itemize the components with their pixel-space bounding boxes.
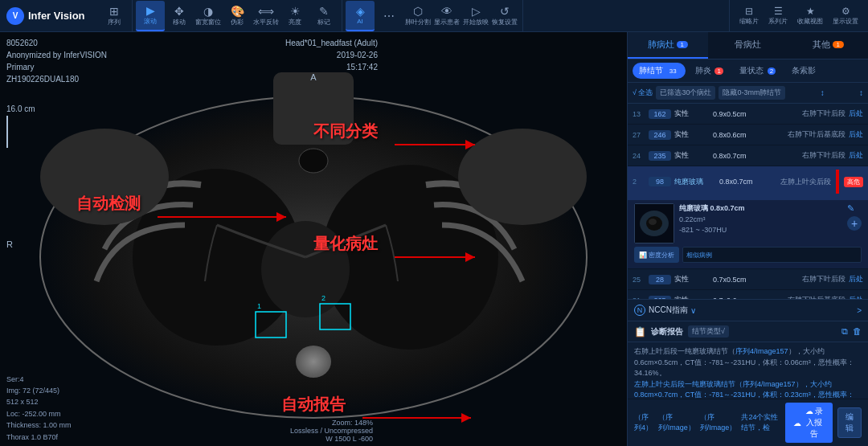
sequence-label: 序列 bbox=[108, 18, 121, 27]
subtab-shadow[interactable]: 条索影 bbox=[785, 63, 822, 79]
report-nav-4[interactable]: 共24个实性结节，检 bbox=[741, 412, 780, 433]
nccn-header[interactable]: N NCCN指南 ∨ > bbox=[634, 305, 862, 316]
tool-window[interactable]: ◑ 窗宽窗位 bbox=[194, 1, 223, 31]
nodule-action-25[interactable]: 后处 bbox=[849, 274, 863, 284]
logo-area: V Infer Vision bbox=[0, 7, 96, 25]
tab-lung-nodule[interactable]: 肺病灶 1 bbox=[628, 32, 708, 59]
tool-more[interactable]: ⋯ bbox=[375, 1, 403, 31]
patient-time: 15:17:42 bbox=[285, 61, 378, 73]
pseudo-label: 伪彩 bbox=[231, 18, 244, 27]
report-actions: ⧉ 🗑 bbox=[841, 326, 862, 337]
nodule-location-24: 右肺下叶后段 bbox=[781, 150, 846, 161]
report-section: 📋 诊断报告 结节类型√ ⧉ 🗑 右肺上叶后段一纯磨玻璃结节（序列4/Image… bbox=[628, 321, 868, 446]
report-delete-icon[interactable]: 🗑 bbox=[853, 326, 862, 337]
tool-scroll[interactable]: ▶ 滚动 bbox=[136, 1, 165, 31]
tool-sequence[interactable]: ⊞ 序列 bbox=[100, 1, 129, 31]
insert-label: ☁ 录入报告 bbox=[804, 406, 825, 440]
tool-series[interactable]: ☰ 系列片 bbox=[765, 5, 791, 27]
image-panel[interactable]: 8052620 Anonymized by InferVISION Primar… bbox=[0, 32, 627, 446]
filter-sort-icon[interactable]: ↕ bbox=[821, 88, 825, 97]
nodule-action-27[interactable]: 后处 bbox=[849, 129, 863, 140]
display-label: 显示患者 bbox=[434, 18, 460, 27]
edit-icon[interactable]: ✎ bbox=[847, 203, 862, 214]
window-icon: ◑ bbox=[203, 6, 213, 17]
nodule-item-13[interactable]: 13 162 实性 0.9x0.5cm 右肺下叶后段 后处 bbox=[628, 104, 868, 125]
settings-icon: ⚙ bbox=[841, 6, 850, 16]
filter-hide[interactable]: 隐藏0-3mm肺结节 bbox=[719, 86, 785, 100]
window-label: 窗宽窗位 bbox=[195, 18, 221, 27]
edit-report-button[interactable]: 编辑 bbox=[837, 407, 862, 438]
tool-pseudo[interactable]: 🎨 伪彩 bbox=[223, 1, 252, 31]
topbar: V Infer Vision ⊞ 序列 ▶ 滚动 ✥ 移动 ◑ 窗宽窗位 🎨 bbox=[0, 0, 868, 32]
nodule-item-31[interactable]: 31 265 实性 0.7x0.6cm 右肺下叶后基底段 后处 bbox=[628, 290, 868, 299]
tool-mark[interactable]: ✎ 标记 bbox=[309, 1, 338, 31]
volume-analysis-btn[interactable]: 📊 密度分析 bbox=[634, 247, 679, 263]
subtab-nodule-badge: 33 bbox=[667, 68, 679, 75]
toolbar: ⊞ 序列 ▶ 滚动 ✥ 移动 ◑ 窗宽窗位 🎨 伪彩 ⟺ 水平 bbox=[96, 0, 729, 31]
nodule-item-24[interactable]: 24 235 实性 0.8x0.7cm 右肺下叶后段 后处 bbox=[628, 145, 868, 166]
nodule-action-24[interactable]: 后处 bbox=[849, 150, 863, 161]
nodule-type-13: 实性 bbox=[674, 108, 710, 119]
nodule-detail-info-2: 纯磨玻璃 0.8x0.7cm 0.22cm³ -821 ~ -307HU bbox=[679, 203, 842, 236]
bottom-info: Ser:4 Img: 72 (72/445) 512 x 512 Loc: -2… bbox=[6, 374, 72, 443]
report-text-1: 右肺上叶后段一纯磨玻璃结节（序列4/Image157），大小约0.6cm×0.5… bbox=[634, 347, 854, 377]
tool-restore[interactable]: ↺ 恢复设置 bbox=[490, 1, 519, 31]
patient-primary: Primary bbox=[6, 61, 107, 73]
nodule-item-27[interactable]: 27 246 实性 0.8x0.6cm 右肺下叶后基底段 后处 bbox=[628, 125, 868, 145]
nodule-type-2: 纯磨玻璃 bbox=[674, 177, 716, 187]
filter-all[interactable]: √ 全选 bbox=[633, 88, 653, 98]
nodule-num-25: 25 bbox=[633, 276, 645, 284]
thumbnail-icon: ⊟ bbox=[745, 6, 753, 16]
nodule-id-13: 162 bbox=[649, 109, 671, 119]
brightness-label: 亮度 bbox=[289, 18, 301, 27]
series-info: Ser:4 bbox=[6, 374, 72, 385]
similar-cases-btn[interactable]: 相似病例 bbox=[682, 247, 862, 263]
right-toolbar: ⊟ 缩略片 ☰ 系列片 ★ 收藏视图 ⚙ 显示设置 bbox=[729, 0, 868, 31]
flip-icon: ⟺ bbox=[258, 6, 274, 17]
report-nav-3[interactable]: （序列/Image） bbox=[700, 412, 737, 433]
svg-text:2: 2 bbox=[321, 294, 326, 302]
nodule-action-13[interactable]: 后处 bbox=[849, 108, 863, 119]
nodule-num-2: 2 bbox=[633, 178, 645, 186]
tool-ai[interactable]: ◈ AI bbox=[346, 1, 375, 31]
annotation-classify: 不同分类 bbox=[313, 121, 378, 142]
tab-lung-nodule-label: 肺病灶 bbox=[648, 39, 674, 51]
tool-save-view[interactable]: ★ 收藏视图 bbox=[794, 5, 826, 27]
nodule-item-2[interactable]: 2 98 纯磨玻璃 0.8x0.7cm 左肺上叶尖后段 高危 bbox=[628, 166, 868, 269]
nodule-num-13: 13 bbox=[633, 110, 645, 118]
report-nav-1[interactable]: （序列4） bbox=[634, 412, 653, 433]
main-content: 8052620 Anonymized by InferVISION Primar… bbox=[0, 32, 868, 446]
subtab-status[interactable]: 量状态 2 bbox=[733, 63, 782, 79]
nodule-priority-2: 高危 bbox=[844, 177, 863, 187]
report-title: 诊断报告 bbox=[651, 326, 683, 338]
report-type-tag[interactable]: 结节类型√ bbox=[688, 325, 729, 338]
insert-report-button[interactable]: ☁ ☁ 录入报告 bbox=[785, 403, 833, 443]
scroll-label: 滚动 bbox=[144, 17, 157, 26]
ai-label: AI bbox=[357, 18, 363, 25]
nodule-detail-hu: -821 ~ -307HU bbox=[679, 225, 842, 236]
subtab-nodule[interactable]: 肺结节 33 bbox=[633, 63, 686, 79]
nodule-id-2: 98 bbox=[649, 177, 671, 186]
tool-move[interactable]: ✥ 移动 bbox=[165, 1, 194, 31]
report-copy-icon[interactable]: ⧉ bbox=[841, 326, 848, 337]
label-a: A bbox=[310, 72, 316, 82]
report-nav-2[interactable]: （序列/Image） bbox=[658, 412, 695, 433]
tool-play[interactable]: ▷ 开始放映 bbox=[461, 1, 490, 31]
add-nodule-btn[interactable]: + bbox=[847, 216, 862, 231]
tool-thumbnail[interactable]: ⊟ 缩略片 bbox=[736, 5, 762, 27]
tab-other[interactable]: 其他 1 bbox=[788, 32, 868, 59]
subtab-lung[interactable]: 肺炎 1 bbox=[689, 63, 730, 79]
patient-info-right: Head*01_headfast (Adult) 2019-02-26 15:1… bbox=[285, 37, 378, 73]
series-icon: ☰ bbox=[774, 6, 783, 16]
tab-bone-lesion[interactable]: 骨病灶 bbox=[708, 32, 788, 59]
tool-display[interactable]: 👁 显示患者 bbox=[432, 1, 461, 31]
tool-flip[interactable]: ⟺ 水平反转 bbox=[252, 1, 280, 31]
filter-sort2[interactable]: ↕ bbox=[859, 88, 863, 97]
nodule-list[interactable]: 13 162 实性 0.9x0.5cm 右肺下叶后段 后处 27 246 实性 … bbox=[628, 104, 868, 299]
tool-brightness[interactable]: ☀ 亮度 bbox=[280, 1, 309, 31]
window-info: W 1500 L -600 bbox=[290, 435, 373, 443]
nodule-item-25[interactable]: 25 28 实性 0.7x0.5cm 右肺下叶后段 后处 bbox=[628, 269, 868, 290]
tool-settings[interactable]: ⚙ 显示设置 bbox=[829, 5, 862, 27]
nodule-id-24: 235 bbox=[649, 151, 671, 161]
tool-lobes[interactable]: ⬡ 肺叶分割 bbox=[403, 1, 432, 31]
